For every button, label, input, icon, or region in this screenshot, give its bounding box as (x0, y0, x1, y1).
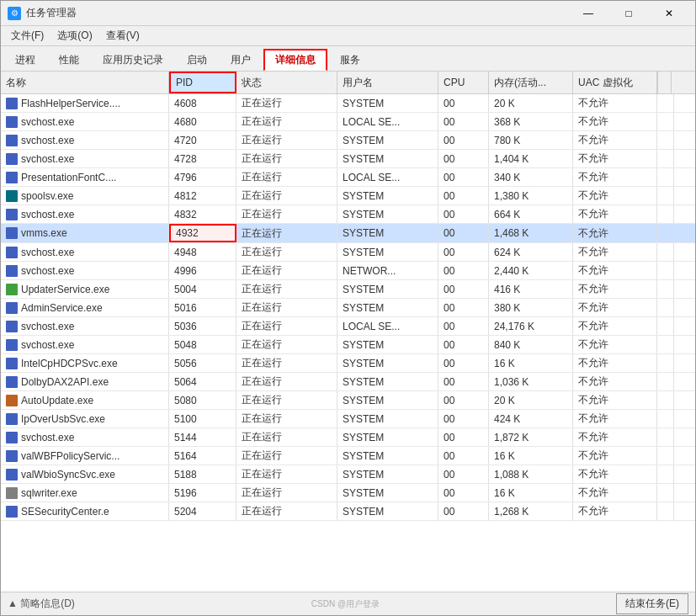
table-row[interactable]: svchost.exe 5144 正在运行 SYSTEM 00 1,872 K … (1, 428, 695, 447)
table-row[interactable]: DolbyDAX2API.exe 5064 正在运行 SYSTEM 00 1,0… (1, 373, 695, 391)
cell-pid: 4728 (169, 150, 236, 167)
cell-uac: 不允许 (573, 373, 657, 390)
cell-pid: 4720 (169, 131, 236, 149)
close-button[interactable]: ✕ (650, 2, 688, 25)
table-row[interactable]: IntelCpHDCPSvc.exe 5056 正在运行 SYSTEM 00 1… (1, 354, 695, 373)
col-memory[interactable]: 内存(活动... (489, 72, 573, 93)
cell-uac: 不允许 (573, 131, 657, 149)
tab-app-history[interactable]: 应用历史记录 (92, 49, 174, 71)
cell-pid: 4812 (169, 187, 236, 204)
cell-user: SYSTEM (337, 131, 438, 149)
table-row[interactable]: AutoUpdate.exe 5080 正在运行 SYSTEM 00 20 K … (1, 391, 695, 410)
process-icon (6, 247, 18, 258)
cell-status: 正在运行 (236, 354, 337, 372)
tab-users[interactable]: 用户 (220, 49, 262, 71)
table-row[interactable]: svchost.exe 5048 正在运行 SYSTEM 00 840 K 不允… (1, 336, 695, 354)
menu-options[interactable]: 选项(O) (50, 27, 98, 45)
cell-scroll (657, 224, 674, 242)
table-body[interactable]: FlashHelperService.... 4608 正在运行 SYSTEM … (1, 94, 695, 592)
cell-status: 正在运行 (236, 243, 337, 261)
cell-cpu: 00 (438, 502, 489, 520)
table-row[interactable]: spoolsv.exe 4812 正在运行 SYSTEM 00 1,380 K … (1, 187, 695, 205)
table-row[interactable]: svchost.exe 4948 正在运行 SYSTEM 00 624 K 不允… (1, 243, 695, 262)
cell-scroll (657, 131, 674, 149)
tab-performance[interactable]: 性能 (48, 49, 90, 71)
cell-name: svchost.exe (1, 131, 169, 149)
process-icon (6, 321, 18, 332)
table-row[interactable]: sqlwriter.exe 5196 正在运行 SYSTEM 00 16 K 不… (1, 484, 695, 502)
table-row[interactable]: valWBFPolicyServic... 5164 正在运行 SYSTEM 0… (1, 447, 695, 465)
cell-uac: 不允许 (573, 354, 657, 372)
cell-cpu: 00 (438, 187, 489, 204)
cell-memory: 1,468 K (489, 224, 573, 242)
cell-user: SYSTEM (337, 336, 438, 353)
col-name[interactable]: 名称 (1, 72, 169, 93)
table-row[interactable]: svchost.exe 4720 正在运行 SYSTEM 00 780 K 不允… (1, 131, 695, 150)
cell-scroll (657, 168, 674, 186)
col-user[interactable]: 用户名 (337, 72, 438, 93)
cell-uac: 不允许 (573, 465, 657, 483)
cell-cpu: 00 (438, 391, 489, 409)
cell-user: LOCAL SE... (337, 168, 438, 186)
process-icon (6, 358, 18, 369)
table-row[interactable]: FlashHelperService.... 4608 正在运行 SYSTEM … (1, 94, 695, 113)
cell-name: svchost.exe (1, 113, 169, 130)
maximize-button[interactable]: □ (609, 2, 648, 25)
minimize-button[interactable]: — (569, 2, 608, 25)
cell-status: 正在运行 (236, 447, 337, 465)
tab-services[interactable]: 服务 (329, 49, 371, 71)
table-row[interactable]: PresentationFontC.... 4796 正在运行 LOCAL SE… (1, 168, 695, 187)
cell-cpu: 00 (438, 280, 489, 298)
cell-name: SESecurityCenter.e (1, 502, 169, 520)
table-row[interactable]: svchost.exe 4680 正在运行 LOCAL SE... 00 368… (1, 113, 695, 131)
cell-cpu: 00 (438, 243, 489, 261)
process-icon (6, 284, 18, 295)
cell-uac: 不允许 (573, 94, 657, 112)
cell-scroll (657, 187, 674, 204)
table-row[interactable]: SESecurityCenter.e 5204 正在运行 SYSTEM 00 1… (1, 502, 695, 521)
end-task-button[interactable]: 结束任务(E) (616, 593, 688, 614)
cell-status: 正在运行 (236, 187, 337, 204)
cell-pid: 5080 (169, 391, 236, 409)
cell-status: 正在运行 (236, 299, 337, 316)
col-uac[interactable]: UAC 虚拟化 (573, 72, 657, 93)
table-row[interactable]: valWbioSyncSvc.exe 5188 正在运行 SYSTEM 00 1… (1, 465, 695, 484)
brief-info-button[interactable]: ▲ 简略信息(D) (8, 597, 75, 611)
process-icon (6, 227, 18, 239)
cell-pid: 5164 (169, 447, 236, 465)
menu-file[interactable]: 文件(F) (4, 27, 50, 45)
cell-pid: 5100 (169, 410, 236, 427)
cell-cpu: 00 (438, 131, 489, 149)
table-row[interactable]: svchost.exe 4728 正在运行 SYSTEM 00 1,404 K … (1, 150, 695, 168)
table-row[interactable]: svchost.exe 4996 正在运行 NETWOR... 00 2,440… (1, 262, 695, 280)
cell-user: SYSTEM (337, 150, 438, 167)
cell-memory: 16 K (489, 484, 573, 502)
cell-user: SYSTEM (337, 280, 438, 298)
tab-process[interactable]: 进程 (4, 49, 46, 71)
cell-status: 正在运行 (236, 428, 337, 446)
cell-cpu: 00 (438, 336, 489, 353)
col-pid[interactable]: PID (169, 72, 236, 93)
tab-details[interactable]: 详细信息 (263, 49, 327, 71)
cell-memory: 16 K (489, 354, 573, 372)
cell-name: svchost.exe (1, 243, 169, 261)
process-icon (6, 339, 18, 351)
cell-cpu: 00 (438, 465, 489, 483)
table-row[interactable]: UpdaterService.exe 5004 正在运行 SYSTEM 00 4… (1, 280, 695, 299)
cell-name: svchost.exe (1, 428, 169, 446)
tab-startup[interactable]: 启动 (176, 49, 218, 71)
cell-user: LOCAL SE... (337, 113, 438, 130)
cell-uac: 不允许 (573, 243, 657, 261)
menu-view[interactable]: 查看(V) (99, 27, 146, 45)
cell-pid: 5048 (169, 336, 236, 353)
table-row[interactable]: AdminService.exe 5016 正在运行 SYSTEM 00 380… (1, 299, 695, 317)
table-row[interactable]: svchost.exe 4832 正在运行 SYSTEM 00 664 K 不允… (1, 205, 695, 224)
watermark: CSDN @用户登录 (311, 598, 380, 610)
cell-pid: 4996 (169, 262, 236, 279)
table-row[interactable]: IpOverUsbSvc.exe 5100 正在运行 SYSTEM 00 424… (1, 410, 695, 428)
table-row[interactable]: svchost.exe 5036 正在运行 LOCAL SE... 00 24,… (1, 317, 695, 336)
col-cpu[interactable]: CPU (438, 72, 489, 93)
process-icon (6, 450, 18, 462)
col-status[interactable]: 状态 (236, 72, 337, 93)
table-row[interactable]: vmms.exe 4932 正在运行 SYSTEM 00 1,468 K 不允许 (1, 224, 695, 243)
